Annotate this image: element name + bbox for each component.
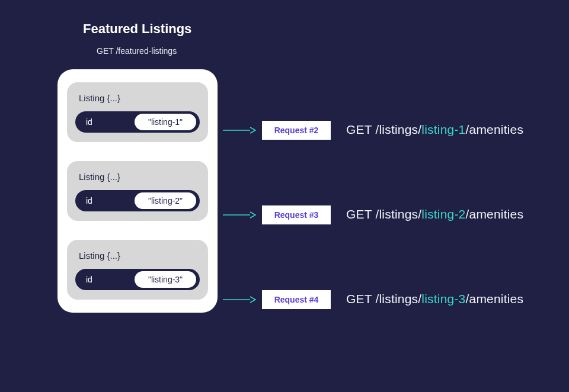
id-value-chip: "listing-3" xyxy=(135,271,196,288)
listing-head: Listing {...} xyxy=(79,250,200,261)
listing-card: Listing {...} id "listing-2" xyxy=(67,161,208,221)
endpoint-suffix: /amenities xyxy=(465,207,523,221)
listing-card: Listing {...} id "listing-1" xyxy=(67,82,208,142)
arrow-icon xyxy=(223,211,256,213)
request-badge: Request #4 xyxy=(262,290,331,309)
id-value: "listing-3" xyxy=(148,275,183,284)
id-value: "listing-2" xyxy=(148,196,183,205)
id-value: "listing-1" xyxy=(148,117,183,127)
id-key: id xyxy=(86,196,92,205)
endpoint-text: GET /listings/listing-2/amenities xyxy=(346,207,523,221)
id-pill: id "listing-1" xyxy=(75,111,200,133)
id-key: id xyxy=(86,275,92,284)
id-pill: id "listing-2" xyxy=(75,190,200,211)
listing-card: Listing {...} id "listing-3" xyxy=(67,240,208,300)
arrow-icon xyxy=(223,296,256,297)
endpoint-suffix: /amenities xyxy=(465,292,523,306)
request-badge: Request #2 xyxy=(262,121,331,140)
endpoint-prefix: GET /listings/ xyxy=(346,207,421,221)
id-value-chip: "listing-1" xyxy=(135,114,196,130)
id-key: id xyxy=(86,117,92,127)
endpoint-subtitle: GET /featured-listings xyxy=(97,46,177,56)
page-title: Featured Listings xyxy=(83,21,191,37)
id-value-chip: "listing-2" xyxy=(135,192,196,209)
featured-listings-panel: Listing {...} id "listing-1" Listing {..… xyxy=(57,69,218,313)
endpoint-id: listing-1 xyxy=(421,123,465,136)
endpoint-text: GET /listings/listing-3/amenities xyxy=(346,292,523,306)
endpoint-prefix: GET /listings/ xyxy=(346,292,421,306)
request-badge: Request #3 xyxy=(262,205,331,224)
arrow-icon xyxy=(223,127,256,128)
endpoint-prefix: GET /listings/ xyxy=(346,123,421,136)
endpoint-suffix: /amenities xyxy=(465,123,523,136)
id-pill: id "listing-3" xyxy=(75,269,200,290)
listing-head: Listing {...} xyxy=(79,172,200,182)
endpoint-text: GET /listings/listing-1/amenities xyxy=(346,123,523,137)
endpoint-id: listing-3 xyxy=(421,292,465,306)
endpoint-id: listing-2 xyxy=(421,207,465,221)
listing-head: Listing {...} xyxy=(79,93,200,103)
